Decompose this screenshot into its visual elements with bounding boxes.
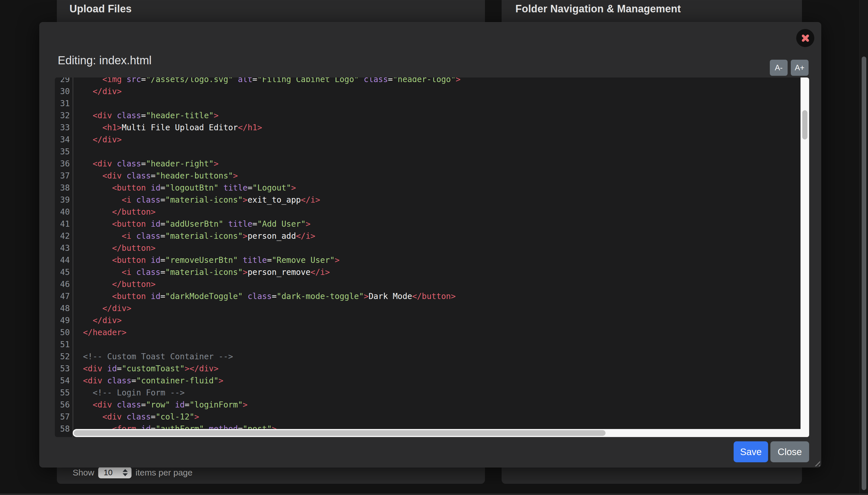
save-button[interactable]: Save	[734, 441, 768, 462]
code-line-50: 50</header>	[55, 327, 801, 339]
upload-files-card-title: Upload Files	[69, 3, 132, 15]
code-line-54: 54<div class="container-fluid">	[55, 375, 801, 387]
editor-vertical-scrollbar-thumb[interactable]	[802, 110, 807, 139]
editor-horizontal-scrollbar-thumb[interactable]	[74, 430, 605, 436]
show-label: Show	[73, 468, 94, 478]
edit-file-modal: Editing: index.html A- A+ 29 <img src="/…	[39, 22, 821, 467]
code-line-47: 47 <button id="darkModeToggle" class="da…	[55, 290, 801, 303]
page-scrollbar-thumb[interactable]	[862, 56, 866, 490]
code-line-48: 48 </div>	[55, 303, 801, 314]
code-line-40: 40 </button>	[55, 206, 801, 218]
close-button[interactable]: Close	[770, 441, 809, 462]
code-line-35: 35	[55, 146, 801, 158]
code-line-31: 31	[55, 98, 801, 109]
code-line-34: 34 </div>	[55, 134, 801, 146]
resize-handle-icon[interactable]	[813, 459, 820, 466]
bottom-edge-strip	[0, 494, 868, 495]
code-line-29: 29 <img src="/assets/logo.svg" alt="Fili…	[55, 78, 801, 86]
items-per-page-select[interactable]: 10	[98, 467, 132, 478]
font-increase-button[interactable]: A+	[791, 60, 808, 76]
code-line-39: 39 <i class="material-icons">exit_to_app…	[55, 194, 801, 206]
code-line-57: 57 <div class="col-12">	[55, 411, 801, 423]
items-per-page-suffix: items per page	[135, 468, 193, 478]
code-line-38: 38 <button id="logoutBtn" title="Logout"…	[55, 182, 801, 194]
code-line-42: 42 <i class="material-icons">person_add<…	[55, 230, 801, 242]
page-scrollbar[interactable]	[859, 0, 868, 495]
items-per-page-row: Show 10 items per page	[73, 466, 193, 479]
modal-title: Editing: index.html	[58, 54, 152, 67]
select-stepper-icon	[122, 469, 128, 476]
code-editor[interactable]: 29 <img src="/assets/logo.svg" alt="Fili…	[55, 78, 809, 437]
code-line-55: 55 <!-- Login Form -->	[55, 387, 801, 399]
code-line-33: 33 <h1>Multi File Upload Editor</h1>	[55, 122, 801, 134]
code-line-43: 43 </button>	[55, 242, 801, 254]
code-line-37: 37 <div class="header-buttons">	[55, 170, 801, 182]
code-line-46: 46 </button>	[55, 278, 801, 290]
font-decrease-button[interactable]: A-	[770, 60, 788, 76]
code-line-53: 53<div id="customToast"></div>	[55, 363, 801, 375]
code-line-30: 30 </div>	[55, 86, 801, 98]
editor-vertical-scrollbar[interactable]	[801, 78, 809, 437]
code-line-36: 36 <div class="header-right">	[55, 158, 801, 170]
code-lines: 29 <img src="/assets/logo.svg" alt="Fili…	[55, 78, 801, 435]
code-line-45: 45 <i class="material-icons">person_remo…	[55, 266, 801, 278]
font-size-controls: A- A+	[770, 60, 808, 76]
code-line-41: 41 <button id="addUserBtn" title="Add Us…	[55, 218, 801, 230]
items-per-page-value: 10	[104, 468, 113, 477]
code-line-32: 32 <div class="header-title">	[55, 109, 801, 122]
code-line-51: 51	[55, 339, 801, 351]
x-close-icon	[800, 33, 811, 43]
code-line-44: 44 <button id="removeUserBtn" title="Rem…	[55, 254, 801, 266]
editor-horizontal-scrollbar[interactable]	[73, 429, 809, 437]
code-line-52: 52<!-- Custom Toast Container -->	[55, 351, 801, 363]
code-line-56: 56 <div class="row" id="loginForm">	[55, 399, 801, 411]
modal-close-button[interactable]	[796, 29, 814, 47]
folder-navigation-card-title: Folder Navigation & Management	[515, 3, 681, 15]
gutter-divider	[73, 78, 73, 437]
code-line-49: 49 </div>	[55, 314, 801, 327]
